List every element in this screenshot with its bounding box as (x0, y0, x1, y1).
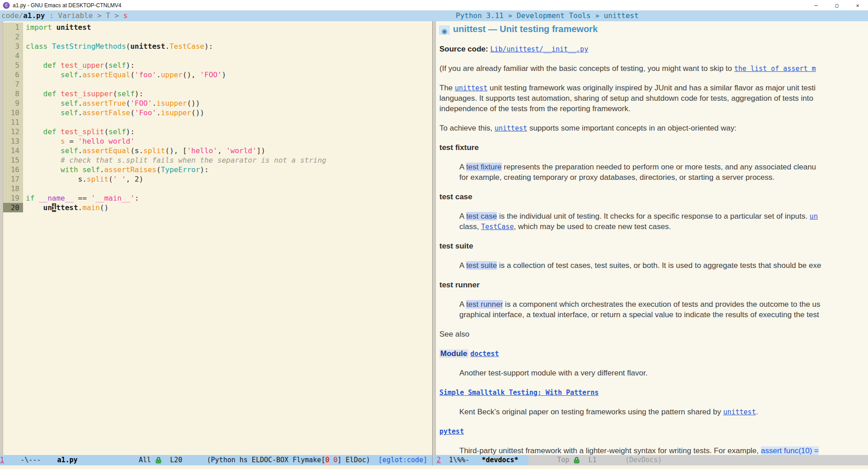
doc-paragraph: A test runner is a component which orche… (439, 299, 868, 320)
text-segment: TestStringMethods (52, 42, 126, 51)
text-segment: test_isupper (61, 89, 113, 98)
text-segment: def (43, 61, 57, 70)
text-segment (78, 165, 83, 174)
text-segment: ( (126, 99, 131, 108)
text-segment: 'hello' (187, 146, 217, 155)
text-segment: , which may be used to create new test c… (514, 222, 671, 231)
text-segment: ( (104, 127, 108, 136)
line-number: 17 (3, 174, 23, 184)
mode-line-lock-icon (155, 457, 162, 464)
close-button[interactable]: ✕ (847, 0, 868, 10)
term-heading: test suite (439, 242, 473, 250)
doc-paragraph: A test fixture represents the preparatio… (439, 162, 868, 183)
doc-paragraph: Kent Beck’s original paper on testing fr… (439, 407, 868, 417)
text-segment: TypeError (161, 165, 200, 174)
highlighted-term: test suite (466, 261, 497, 270)
text-segment: independence of the tests from the repor… (439, 104, 630, 113)
code-line: 14 self.assertEqual(s.split(), ['hello',… (3, 146, 432, 155)
line-number: 15 (3, 155, 23, 165)
module-label: Module (439, 349, 468, 358)
line-number: 5 (3, 61, 23, 70)
line-number: 19 (3, 193, 23, 203)
doc-line: To achieve this, unittest supports some … (439, 123, 868, 133)
line-number: 6 (3, 70, 23, 80)
minimize-button[interactable]: — (806, 0, 826, 10)
text-segment: ): (126, 127, 135, 136)
docs-window[interactable]: ◉unittest — Unit testing frameworkSource… (433, 21, 868, 455)
doc-link[interactable]: the list of assert m (734, 65, 816, 73)
text-segment (47, 42, 52, 51)
text-segment: = (65, 137, 78, 145)
text-segment: self (61, 70, 78, 79)
code-window[interactable]: 1import unittest23class TestStringMethod… (0, 21, 432, 455)
highlighted-term: test runner (466, 300, 503, 309)
doc-line: The unittest unit testing framework was … (439, 83, 868, 93)
text-segment: class (26, 42, 47, 51)
doc-link[interactable]: TestCase (481, 223, 514, 231)
code-text (23, 80, 26, 89)
text-segment: 1\%%- (441, 455, 481, 465)
doc-line: languages. It supports test automation, … (439, 93, 868, 103)
text-segment: assertFalse (82, 108, 130, 117)
doc-heading: test fixture (439, 142, 868, 153)
text-segment: 'Foo' (135, 108, 156, 117)
text-segment: The (439, 84, 455, 92)
text-segment: (), (183, 70, 200, 79)
code-text: self.assertEqual('foo'.upper(), 'FOO') (23, 70, 226, 80)
text-segment: ( (156, 165, 161, 174)
code-text: s.split(' ', 2) (23, 174, 143, 184)
doc-link[interactable]: un (810, 212, 818, 220)
doc-line: Module doctest (439, 348, 868, 359)
text-segment: All (78, 455, 156, 465)
doc-line: A test runner is a component which orche… (459, 299, 868, 310)
doc-link[interactable]: Lib/unittest/__init__.py (490, 45, 588, 53)
text-segment: a1.py (23, 11, 45, 20)
code-line: 4 (3, 51, 432, 61)
right-scrollbar[interactable] (433, 21, 436, 455)
left-scrollbar[interactable] (0, 21, 3, 455)
doc-paragraph: Another test-support module with a very … (439, 368, 868, 378)
doc-link[interactable]: unittest (495, 124, 527, 132)
text-segment: s. (26, 175, 87, 183)
doc-line: Another test-support module with a very … (459, 368, 868, 378)
doc-link[interactable]: unittest (723, 408, 756, 416)
text-segment (26, 70, 61, 79)
doc-link[interactable]: Simple Smalltalk Testing: With Patterns (439, 389, 599, 397)
code-text: if __name__ == '__main__': (23, 193, 139, 203)
text-segment: 'FOO' (130, 99, 152, 108)
doc-link[interactable]: unittest (455, 84, 487, 92)
line-number: 7 (3, 80, 23, 89)
maximize-button[interactable]: ▢ (826, 0, 847, 10)
doc-link[interactable]: doctest (470, 350, 499, 358)
breadcrumb: code/a1.py : Variable > T > s (1, 10, 127, 21)
text-segment: supports some important concepts in an o… (527, 124, 736, 132)
text-segment: ): (135, 89, 143, 98)
mode-line-right-buffer: 2 1\%%- *devdocs* (433, 455, 528, 465)
text-segment: == (74, 194, 91, 202)
text-segment (26, 89, 43, 98)
text-segment (26, 61, 43, 70)
code-editor[interactable]: 1import unittest23class TestStringMethod… (3, 21, 432, 455)
mode-line-right-status: Top L1 (DevDocs) (528, 455, 868, 465)
text-segment: assertRaises (104, 165, 156, 174)
text-segment: Top (528, 455, 573, 465)
line-number: 4 (3, 51, 23, 61)
code-line: 19if __name__ == '__main__': (3, 193, 432, 203)
window-number: 2 (437, 455, 441, 465)
text-segment (26, 146, 61, 155)
text-segment: code/ (1, 11, 23, 20)
code-line: 7 (3, 80, 432, 89)
text-segment: 'hello world' (78, 137, 135, 145)
text-segment: A (459, 261, 466, 270)
echo-area (0, 465, 868, 469)
text-segment: self (108, 127, 126, 136)
text-segment: is the individual unit of testing. It ch… (497, 212, 810, 220)
doc-link[interactable]: pytest (439, 427, 464, 436)
text-segment: . (152, 99, 156, 108)
code-text: unittest.main() (23, 203, 108, 212)
code-line: 20 unittest.main() (3, 203, 432, 212)
text-segment: (DevDocs) (625, 455, 662, 465)
line-number: 13 (3, 136, 23, 146)
text-segment: assert func(10) = (761, 446, 819, 455)
term-heading: test fixture (439, 143, 479, 152)
